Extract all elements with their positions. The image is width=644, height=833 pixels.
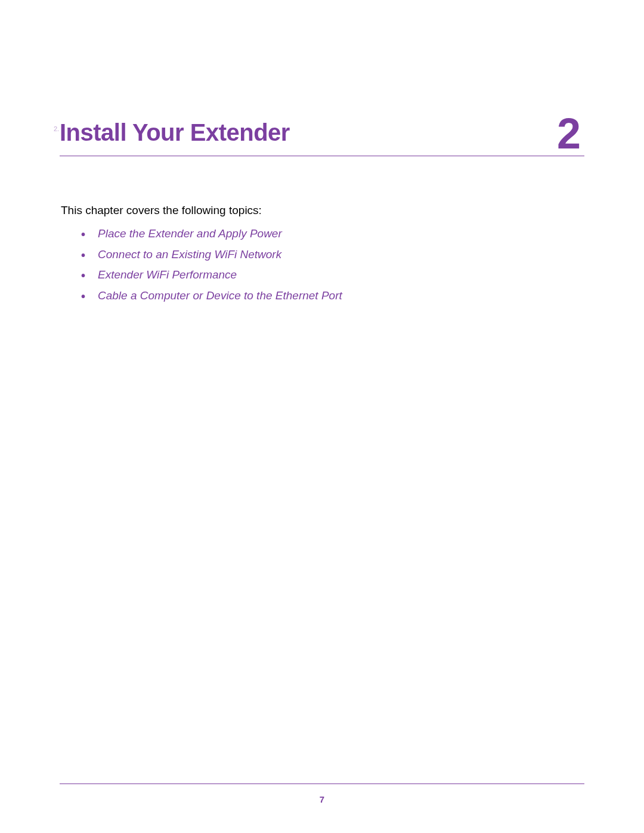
chapter-header: 2. Install Your Extender 2 <box>60 119 584 156</box>
chapter-number: 2 <box>557 116 581 152</box>
topic-link[interactable]: Cable a Computer or Device to the Ethern… <box>81 287 584 305</box>
intro-paragraph: This chapter covers the following topics… <box>61 204 584 217</box>
chapter-title: Install Your Extender <box>60 119 290 147</box>
chapter-marker: 2. <box>54 125 59 132</box>
page-number: 7 <box>0 794 644 804</box>
footer-rule <box>60 784 584 784</box>
topics-list: Place the Extender and Apply Power Conne… <box>81 225 584 304</box>
topic-link[interactable]: Place the Extender and Apply Power <box>81 225 584 243</box>
topic-link[interactable]: Extender WiFi Performance <box>81 267 584 284</box>
topic-link[interactable]: Connect to an Existing WiFi Network <box>81 246 584 264</box>
document-page: 2. Install Your Extender 2 This chapter … <box>0 0 644 833</box>
